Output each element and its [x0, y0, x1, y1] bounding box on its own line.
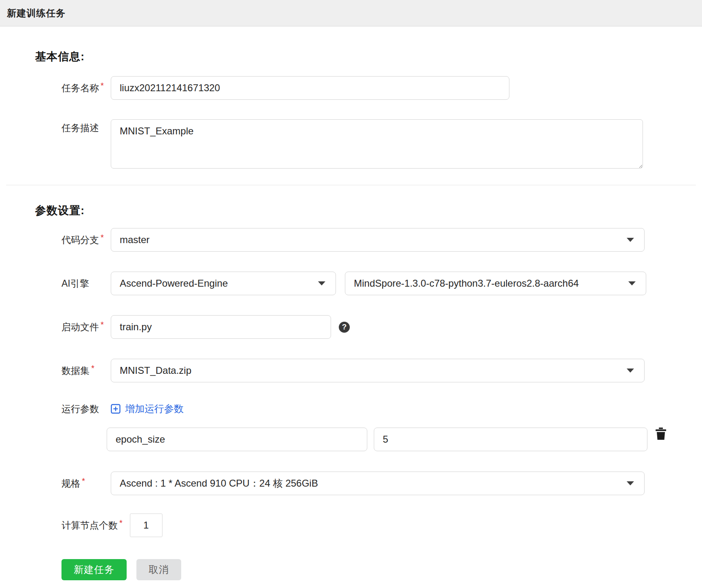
dataset-value: MNIST_Data.zip — [120, 365, 191, 376]
node-count-label: 计算节点个数* — [61, 519, 123, 532]
dataset-label: 数据集* — [61, 364, 111, 377]
code-branch-select[interactable]: master — [111, 228, 645, 252]
chevron-down-icon — [628, 281, 636, 285]
chevron-down-icon — [627, 481, 634, 485]
spec-value: Ascend : 1 * Ascend 910 CPU：24 核 256GiB — [120, 477, 318, 490]
run-params-row: 运行参数 增加运行参数 — [61, 403, 702, 451]
run-param-key-input[interactable] — [107, 428, 367, 451]
plus-square-icon — [111, 404, 121, 414]
task-desc-textarea[interactable]: MNIST_Example — [111, 119, 643, 169]
required-asterisk: * — [101, 81, 104, 90]
run-param-entry — [107, 428, 667, 451]
form-actions: 新建任务 取消 — [61, 559, 702, 580]
help-icon[interactable]: ? — [339, 322, 350, 333]
ai-engine-value: Ascend-Powered-Engine — [120, 278, 228, 289]
chevron-down-icon — [627, 238, 634, 242]
run-param-value-input[interactable] — [374, 428, 647, 451]
page-header: 新建训练任务 — [0, 0, 702, 26]
dataset-row: 数据集* MNIST_Data.zip — [61, 359, 702, 382]
basic-info-heading: 基本信息: — [35, 49, 702, 64]
task-name-label: 任务名称* — [61, 82, 111, 94]
node-count-row: 计算节点个数* — [61, 513, 702, 537]
add-run-param-link[interactable]: 增加运行参数 — [111, 403, 667, 415]
engine-version-select[interactable]: MindSpore-1.3.0-c78-python3.7-euleros2.8… — [345, 272, 646, 295]
required-asterisk: * — [119, 518, 123, 527]
code-branch-value: master — [120, 234, 149, 246]
section-divider — [6, 185, 696, 185]
required-asterisk: * — [101, 320, 104, 329]
run-params-label: 运行参数 — [61, 403, 111, 415]
ai-engine-label: AI引擎 — [61, 277, 111, 290]
ai-engine-select[interactable]: Ascend-Powered-Engine — [111, 272, 336, 295]
code-branch-row: 代码分支* master — [61, 228, 702, 252]
boot-file-input[interactable] — [111, 315, 331, 339]
boot-file-row: 启动文件* ? — [61, 315, 702, 339]
node-count-input[interactable] — [130, 513, 162, 537]
task-desc-label: 任务描述 — [61, 119, 111, 134]
dataset-select[interactable]: MNIST_Data.zip — [111, 359, 645, 382]
delete-param-button[interactable] — [655, 428, 667, 440]
page-title: 新建训练任务 — [7, 7, 66, 20]
required-asterisk: * — [101, 233, 104, 242]
engine-version-value: MindSpore-1.3.0-c78-python3.7-euleros2.8… — [354, 278, 579, 289]
task-name-input[interactable] — [111, 76, 509, 100]
task-desc-row: 任务描述 MNIST_Example — [61, 119, 702, 169]
required-asterisk: * — [91, 364, 94, 373]
chevron-down-icon — [318, 281, 325, 285]
chevron-down-icon — [627, 369, 634, 373]
trash-icon — [655, 428, 667, 440]
task-name-row: 任务名称* — [61, 76, 702, 100]
spec-label: 规格* — [61, 477, 111, 490]
create-task-form: 基本信息: 任务名称* 任务描述 MNIST_Example 参数设置: 代码分… — [0, 49, 702, 580]
create-task-button[interactable]: 新建任务 — [61, 559, 127, 580]
required-asterisk: * — [82, 476, 85, 485]
ai-engine-row: AI引擎 Ascend-Powered-Engine MindSpore-1.3… — [61, 272, 702, 295]
spec-select[interactable]: Ascend : 1 * Ascend 910 CPU：24 核 256GiB — [111, 472, 645, 495]
params-heading: 参数设置: — [35, 203, 702, 218]
code-branch-label: 代码分支* — [61, 234, 111, 246]
cancel-button[interactable]: 取消 — [136, 559, 181, 580]
add-run-param-text: 增加运行参数 — [125, 403, 184, 415]
spec-row: 规格* Ascend : 1 * Ascend 910 CPU：24 核 256… — [61, 472, 702, 495]
boot-file-label: 启动文件* — [61, 321, 111, 333]
